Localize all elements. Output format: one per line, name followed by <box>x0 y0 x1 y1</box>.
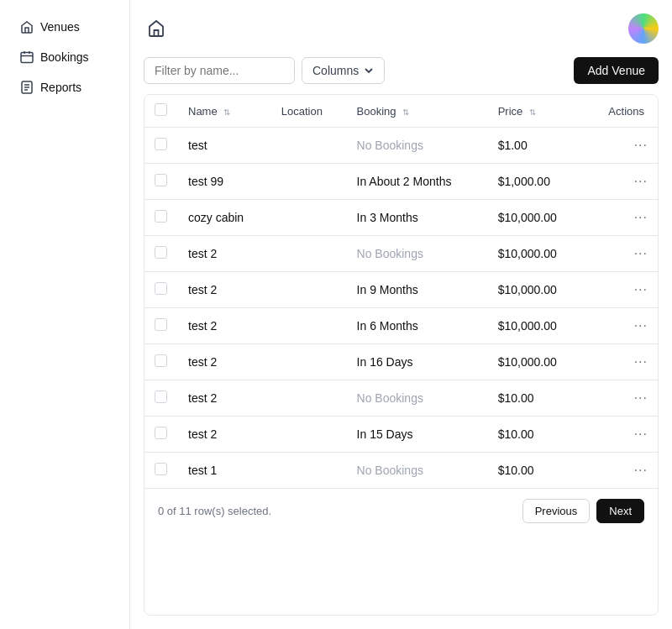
row-location <box>271 272 347 308</box>
row-checkbox-cell <box>144 344 178 380</box>
row-checkbox-cell <box>144 308 178 344</box>
row-name: cozy cabin <box>178 200 271 236</box>
previous-button[interactable]: Previous <box>522 499 591 523</box>
row-checkbox[interactable] <box>155 282 167 295</box>
row-location <box>271 200 347 236</box>
row-actions-button[interactable]: ··· <box>634 427 648 442</box>
row-checkbox-cell <box>144 236 178 272</box>
table-row: test No Bookings $1.00 ··· <box>144 128 658 164</box>
row-booking: In 3 Months <box>347 200 488 236</box>
row-actions-cell: ··· <box>585 453 658 489</box>
row-checkbox-cell <box>144 200 178 236</box>
row-actions-cell: ··· <box>585 308 658 344</box>
select-all-header <box>144 95 178 128</box>
row-name: test 2 <box>178 272 271 308</box>
row-checkbox[interactable] <box>155 427 167 439</box>
row-actions-cell: ··· <box>585 272 658 308</box>
row-checkbox-cell <box>144 417 178 453</box>
booking-column-header[interactable]: Booking ⇅ <box>347 95 488 128</box>
row-actions-button[interactable]: ··· <box>634 391 648 406</box>
row-actions-button[interactable]: ··· <box>634 318 648 333</box>
row-checkbox[interactable] <box>155 174 167 186</box>
row-name: test 2 <box>178 380 271 417</box>
columns-button[interactable]: Columns <box>302 57 385 84</box>
chevron-down-icon <box>364 66 374 76</box>
row-actions-button[interactable]: ··· <box>634 210 648 225</box>
header-row <box>144 13 659 44</box>
avatar <box>628 13 659 44</box>
row-location <box>271 128 347 164</box>
sidebar-item-venues[interactable]: Venues <box>7 13 123 40</box>
sidebar-item-bookings[interactable]: Bookings <box>7 44 123 71</box>
table-row: test 2 In 16 Days $10,000.00 ··· <box>144 344 658 380</box>
row-actions-button[interactable]: ··· <box>634 354 648 370</box>
home-icon <box>20 20 34 34</box>
table-row: test 2 In 6 Months $10,000.00 ··· <box>144 308 658 344</box>
row-name: test <box>178 128 271 164</box>
row-checkbox-cell <box>144 453 178 489</box>
row-checkbox[interactable] <box>155 246 167 259</box>
row-booking: No Bookings <box>347 128 488 164</box>
price-column-header[interactable]: Price ⇅ <box>488 95 585 128</box>
location-column-header: Location <box>271 95 347 128</box>
selection-count: 0 of 11 row(s) selected. <box>158 505 271 517</box>
row-actions-cell: ··· <box>585 164 658 200</box>
table-row: test 2 In 9 Months $10,000.00 ··· <box>144 272 658 308</box>
row-checkbox[interactable] <box>155 318 167 331</box>
row-price: $10,000.00 <box>488 236 585 272</box>
row-actions-cell: ··· <box>585 200 658 236</box>
select-all-checkbox[interactable] <box>155 103 167 116</box>
main-content: Columns Add Venue Name ⇅ Location <box>130 0 672 629</box>
row-actions-button[interactable]: ··· <box>634 246 648 261</box>
row-checkbox[interactable] <box>155 391 167 403</box>
row-actions-cell: ··· <box>585 236 658 272</box>
row-actions-button[interactable]: ··· <box>634 282 648 297</box>
row-price: $10.00 <box>488 417 585 453</box>
row-checkbox[interactable] <box>155 354 167 367</box>
row-location <box>271 308 347 344</box>
sidebar-item-venues-label: Venues <box>40 20 80 34</box>
row-price: $10.00 <box>488 380 585 417</box>
next-button[interactable]: Next <box>596 499 644 523</box>
row-name: test 2 <box>178 417 271 453</box>
row-actions-cell: ··· <box>585 417 658 453</box>
name-sort-icon: ⇅ <box>223 107 230 117</box>
sidebar-item-reports[interactable]: Reports <box>7 74 123 101</box>
row-actions-button[interactable]: ··· <box>634 174 648 189</box>
name-column-header[interactable]: Name ⇅ <box>178 95 271 128</box>
report-icon <box>20 81 34 94</box>
sidebar: Venues Bookings Reports <box>0 0 130 629</box>
filter-input[interactable] <box>144 57 295 84</box>
row-checkbox[interactable] <box>155 463 167 475</box>
row-booking: In 16 Days <box>347 344 488 380</box>
table-row: test 99 In About 2 Months $1,000.00 ··· <box>144 164 658 200</box>
row-checkbox[interactable] <box>155 138 167 150</box>
row-actions-button[interactable]: ··· <box>634 138 648 153</box>
row-booking: No Bookings <box>347 453 488 489</box>
table-row: test 2 In 15 Days $10.00 ··· <box>144 417 658 453</box>
home-button[interactable] <box>144 15 169 43</box>
row-actions-cell: ··· <box>585 344 658 380</box>
add-venue-button[interactable]: Add Venue <box>574 57 659 84</box>
row-name: test 1 <box>178 453 271 489</box>
row-location <box>271 417 347 453</box>
table-row: test 2 No Bookings $10,000.00 ··· <box>144 236 658 272</box>
row-price: $10,000.00 <box>488 272 585 308</box>
table-row: test 1 No Bookings $10.00 ··· <box>144 453 658 489</box>
row-actions-cell: ··· <box>585 128 658 164</box>
row-name: test 2 <box>178 236 271 272</box>
row-name: test 2 <box>178 308 271 344</box>
row-price: $10,000.00 <box>488 344 585 380</box>
calendar-icon <box>20 50 34 64</box>
row-booking: No Bookings <box>347 236 488 272</box>
table-footer: 0 of 11 row(s) selected. Previous Next <box>144 488 658 533</box>
row-checkbox[interactable] <box>155 210 167 223</box>
row-price: $1,000.00 <box>488 164 585 200</box>
table-row: test 2 No Bookings $10.00 ··· <box>144 380 658 417</box>
row-location <box>271 164 347 200</box>
row-actions-button[interactable]: ··· <box>634 463 648 478</box>
row-location <box>271 344 347 380</box>
row-price: $1.00 <box>488 128 585 164</box>
toolbar: Columns Add Venue <box>144 57 659 84</box>
sidebar-item-reports-label: Reports <box>40 81 81 94</box>
